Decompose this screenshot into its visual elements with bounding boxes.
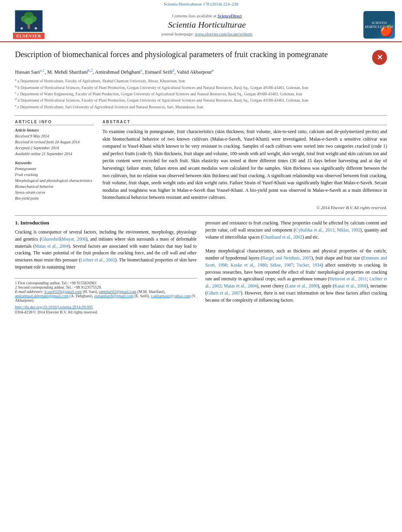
journal-center: Contents lists available at ScienceDirec… [50, 13, 363, 36]
crossmark-icon: ✕ [372, 50, 387, 65]
journal-logo-right: SCIENTIAHORTICULTURAE [363, 11, 395, 39]
ref-lichter-2002[interactable]: Lichter et al., 2002 [80, 258, 115, 262]
issn-copyright: 0304-4238/© 2014 Elsevier B.V. All right… [15, 310, 197, 314]
affiliation-d: d d Department of Horticultural Sciences… [15, 97, 387, 103]
abstract-label: ABSTRACT [102, 120, 387, 125]
svg-point-4 [24, 18, 33, 25]
doi-link[interactable]: http://dx.doi.org/10.1016/j.scienta.2014… [15, 305, 197, 309]
intro-left-text: Cracking is consequence of several facto… [15, 229, 197, 271]
received-date: Received 9 May 2014 [15, 133, 94, 139]
intro-left-column: 1. Introduction Cracking is consequence … [15, 220, 197, 314]
intro-right-text: pressure and resistance to fruit crackin… [205, 220, 387, 304]
keywords-block: Keywords: Pomegranate Fruit cracking Mor… [15, 161, 94, 201]
svg-rect-5 [28, 24, 30, 29]
doi-url[interactable]: http://dx.doi.org/10.1016/j.scienta.2014… [15, 305, 93, 309]
ref-sekse[interactable]: Sekse, 1987 [270, 263, 293, 267]
authors-line: Hassan Saeia,1, M. Mehdi Sharifanib,2, A… [15, 68, 387, 75]
ref-tucker[interactable]: Tucker, 1934 [297, 263, 322, 267]
email-link-sharifani[interactable]: mmsharif2@gmail.com [99, 289, 136, 294]
journal-ref-text: Scientia Horticulturae 178 (2014) 224–23… [164, 2, 238, 6]
ref-gibert[interactable]: Gibert et al., 2007 [207, 291, 241, 295]
email-label: E-mail addresses: [15, 289, 43, 294]
elsevier-label-text: ELSEVIER [13, 33, 45, 39]
keywords-title: Keywords: [15, 161, 94, 165]
ref-matas-2[interactable]: Matas et al., 2004 [224, 284, 257, 288]
keyword-3: Biomechanical behavior [15, 184, 94, 189]
homepage-label: journal homepage: [161, 32, 194, 36]
ref-ghareshelkhbayat[interactable]: Ghareshelkhbayat, 2006 [41, 237, 86, 241]
affiliation-a: a a Department of Horticulture, Faculty … [15, 78, 387, 84]
email-link-saei[interactable]: h.saei6329@gmail.com [45, 289, 82, 294]
available-date: Available online 21 September 2014 [15, 151, 94, 157]
journal-reference: Scientia Horticulturae 178 (2014) 224–23… [0, 0, 402, 7]
svg-point-6 [20, 27, 23, 30]
sciencedirect-link[interactable]: ScienceDirect [218, 13, 242, 18]
article-info-label: ARTICLE INFO [15, 120, 94, 125]
abstract-text: To examine cracking in pomegranate, frui… [102, 128, 387, 201]
footnote-1: 1 First corresponding author. Tel.: +98 … [15, 281, 197, 285]
ref-bargel[interactable]: Bargel and Neinhuis, 2005 [262, 256, 311, 260]
footnote-area: 1 First corresponding author. Tel.: +98 … [15, 278, 197, 314]
ref-kasai[interactable]: Kasai et al., 2008 [334, 284, 367, 288]
intro-number: 1. [15, 220, 19, 226]
article-info-column: ARTICLE INFO Article history: Received 9… [15, 120, 94, 210]
main-content: Description of biomechanical forces and … [0, 42, 402, 318]
footnote-2: 2 Second corresponding author. Tel.: +98… [15, 285, 197, 289]
email-footnote: E-mail addresses: h.saei6329@gmail.com (… [15, 289, 197, 302]
journal-homepage: journal homepage: www.elsevier.com/locat… [54, 32, 359, 36]
elsevier-logo: ELSEVIER [7, 10, 50, 39]
ref-cybulska[interactable]: Cybulska et al., 2011 [295, 228, 334, 232]
keyword-0: Pomegranate [15, 166, 94, 172]
affiliation-b: b b Department of Horticultural Sciences… [15, 84, 387, 91]
keyword-2: Morphological and physiological characte… [15, 178, 94, 184]
journal-header: ELSEVIER Contents lists available at Sci… [0, 7, 402, 42]
journal-url-link[interactable]: www.elsevier.com/locate/scihorti [195, 32, 253, 36]
history-title: Article history: [15, 128, 94, 132]
journal-title: Scientia Horticulturae [54, 20, 359, 30]
email-link-seifi[interactable]: esmaeilseifi@gmail.com [94, 294, 133, 298]
received-revised-date: Received in revised form 24 August 2014 [15, 139, 94, 145]
affiliation-c: c c Department of Water Engineering, Fac… [15, 91, 387, 97]
keyword-1: Fruit cracking [15, 172, 94, 178]
section-divider [15, 215, 387, 216]
copyright-notice: © 2014 Elsevier B.V. All rights reserved… [102, 205, 387, 210]
accepted-date: Accepted 2 September 2014 [15, 145, 94, 151]
svg-point-7 [35, 27, 37, 30]
ref-hetzroni[interactable]: Hetzroni et al., 2011 [329, 276, 367, 281]
intro-right-column: pressure and resistance to fruit crackin… [205, 220, 387, 314]
introduction-section: 1. Introduction Cracking is consequence … [15, 220, 387, 314]
affiliation-e: e e Department of Horticulture, Sari Uni… [15, 104, 387, 110]
affiliations-block: a a Department of Horticulture, Faculty … [15, 78, 387, 110]
article-history-block: Article history: Received 9 May 2014 Rec… [15, 128, 94, 157]
article-info-abstract: ARTICLE INFO Article history: Received 9… [15, 115, 387, 210]
intro-heading: 1. Introduction [15, 220, 197, 226]
ref-niklas[interactable]: Niklas, 1992 [337, 228, 360, 232]
contents-line: Contents lists available at ScienceDirec… [54, 13, 359, 18]
email-link-dehghani[interactable]: amirahmad.dehghani@gmail.com [15, 294, 69, 298]
ref-matas-2004[interactable]: Matas et al., 2004 [35, 244, 69, 248]
keyword-4: Stress–strain curve [15, 189, 94, 195]
email-link-akbarpour[interactable]: v.akbarpour@yahoo.com [151, 294, 191, 298]
ref-chanliaud[interactable]: Chanliaud et al., 2002 [262, 235, 302, 239]
intro-title: Introduction [20, 220, 49, 226]
abstract-column: ABSTRACT To examine cracking in pomegran… [102, 120, 387, 210]
contents-text: Contents lists available at [172, 13, 216, 18]
keyword-5: Bio-yield point [15, 195, 94, 201]
article-title: Description of biomechanical forces and … [15, 49, 368, 59]
ref-koske[interactable]: Koske et al., 1980 [231, 263, 267, 267]
elsevier-tree-icon [15, 10, 43, 32]
ref-lane[interactable]: Lane et al., 2000 [287, 284, 318, 288]
